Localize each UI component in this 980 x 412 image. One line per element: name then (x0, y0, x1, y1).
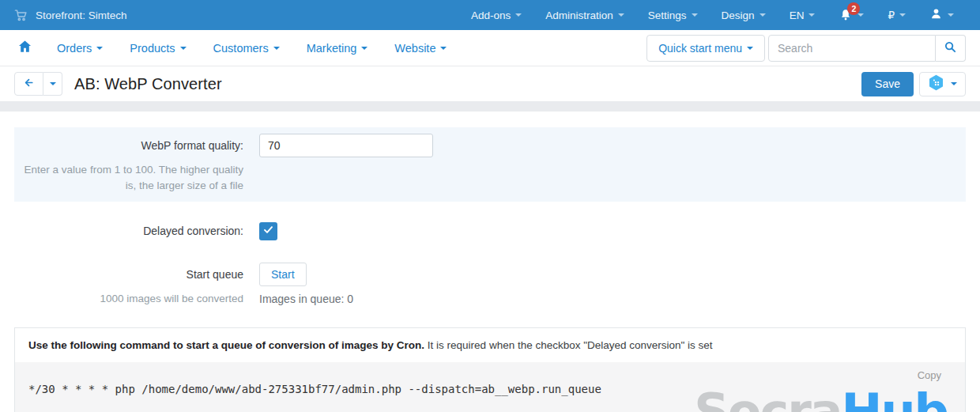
topbar-account[interactable] (918, 0, 966, 30)
settings-form: WebP format quality: Enter a value from … (0, 127, 980, 412)
home-icon (17, 39, 32, 57)
chevron-down-icon (899, 13, 906, 17)
chevron-down-icon (440, 47, 447, 50)
chevron-down-icon (808, 13, 815, 17)
nav-item-customers[interactable]: Customers (200, 30, 293, 66)
cron-note-bold: Use the following command to start a que… (28, 339, 424, 351)
chevron-down-icon (747, 47, 753, 50)
cart-icon (14, 9, 28, 22)
topbar-currency[interactable]: ₽ (876, 0, 918, 30)
nav-item-website[interactable]: Website (381, 30, 460, 66)
start-queue-row: Start queue 1000 images will be converte… (14, 263, 966, 307)
chevron-down-icon (951, 82, 957, 85)
copy-button[interactable]: Copy (918, 369, 941, 381)
addon-settings-button[interactable] (919, 72, 966, 96)
socrahub-watermark: SocraHub (694, 387, 948, 412)
topbar-menu-administration[interactable]: Administration (533, 0, 636, 30)
home-button[interactable] (6, 39, 43, 57)
storefront-switcher[interactable]: Storefront: Simtech (14, 9, 127, 22)
delayed-conversion-label: Delayed conversion: (143, 222, 243, 240)
page-header: AB: WebP Converter Save (0, 66, 980, 101)
topbar-notifications[interactable]: 2 (827, 0, 876, 30)
quick-start-menu-button[interactable]: Quick start menu (646, 35, 765, 62)
main-navbar: Orders Products Customers Marketing Webs… (0, 30, 980, 66)
quality-hint: Enter a value from 1 to 100. The higher … (14, 162, 243, 194)
start-queue-button[interactable]: Start (259, 263, 307, 286)
search-input[interactable] (768, 35, 936, 62)
nav-item-products[interactable]: Products (116, 30, 199, 66)
title-actions: Save (861, 72, 966, 96)
page-title: AB: WebP Converter (74, 75, 222, 93)
cron-note-rest: It is required when the checkbox "Delaye… (428, 339, 713, 351)
back-button-group (14, 72, 62, 96)
cron-code-block: */30 * * * * php /home/demo/www/abd-2753… (15, 362, 965, 412)
admin-page: Storefront: Simtech Add-ons Administrati… (0, 0, 980, 412)
quality-label: WebP format quality: (141, 134, 243, 157)
navbar-right: Quick start menu (646, 35, 974, 62)
cron-command-box: Use the following command to start a que… (14, 327, 966, 412)
start-queue-label: Start queue (187, 263, 243, 286)
delayed-conversion-checkbox[interactable] (259, 222, 277, 240)
topbar-menu: Add-ons Administration Settings Design E… (459, 0, 966, 30)
cron-note: Use the following command to start a que… (15, 328, 965, 362)
chevron-down-icon (858, 13, 864, 17)
quality-setting-row: WebP format quality: Enter a value from … (14, 127, 966, 202)
chevron-down-icon (361, 47, 368, 50)
back-button[interactable] (14, 72, 43, 96)
chevron-down-icon (515, 13, 522, 17)
chevron-down-icon (273, 47, 280, 50)
chevron-down-icon (180, 47, 187, 50)
chevron-down-icon (50, 82, 56, 85)
chevron-down-icon (96, 47, 103, 50)
chevron-down-icon (760, 13, 766, 17)
topbar-menu-addons[interactable]: Add-ons (459, 0, 533, 30)
search-group (768, 35, 966, 62)
chevron-down-icon (692, 13, 698, 17)
cron-command: */30 * * * * php /home/demo/www/abd-2753… (28, 383, 601, 395)
nav-item-orders[interactable]: Orders (43, 30, 116, 66)
hexagon-addon-icon (928, 74, 944, 93)
quality-input[interactable] (259, 134, 433, 157)
images-in-queue-status: Images in queue: 0 (259, 293, 966, 305)
chevron-down-icon (948, 13, 954, 17)
header-divider (0, 101, 980, 112)
topbar-menu-design[interactable]: Design (710, 0, 778, 30)
delayed-conversion-row: Delayed conversion: (14, 222, 966, 240)
user-icon (929, 7, 943, 23)
back-arrow-icon (22, 76, 36, 92)
bell-icon: 2 (839, 8, 853, 22)
search-icon (944, 40, 957, 56)
queue-hint: 1000 images will be converted (14, 291, 243, 307)
currency-label: ₽ (888, 9, 895, 21)
back-history-dropdown[interactable] (43, 72, 62, 96)
search-button[interactable] (936, 35, 966, 62)
topbar-menu-settings[interactable]: Settings (636, 0, 710, 30)
topbar: Storefront: Simtech Add-ons Administrati… (0, 0, 980, 30)
check-icon (262, 224, 274, 239)
nav-item-marketing[interactable]: Marketing (293, 30, 382, 66)
topbar-menu-language[interactable]: EN (778, 0, 827, 30)
storefront-label: Storefront: Simtech (36, 9, 127, 21)
save-button[interactable]: Save (861, 72, 914, 96)
chevron-down-icon (618, 13, 624, 17)
